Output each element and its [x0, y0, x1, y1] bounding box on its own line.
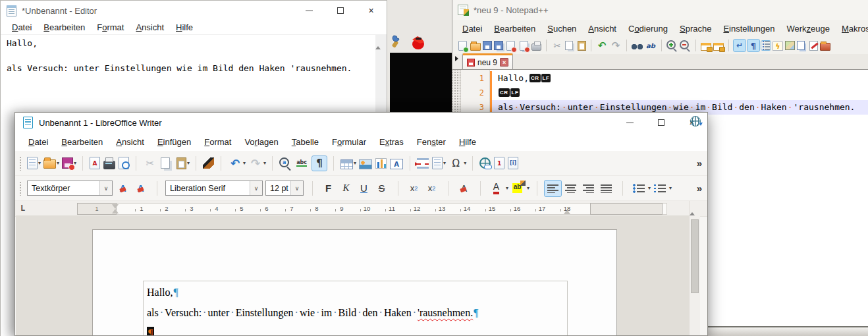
close-file-icon[interactable] [505, 41, 517, 51]
wrench-tool-icon[interactable] [391, 34, 404, 49]
menu-item[interactable]: Format [198, 134, 238, 150]
document-map-icon[interactable] [785, 41, 796, 50]
spelling-icon[interactable]: abc [294, 156, 310, 171]
menu-item[interactable]: Extras [373, 134, 410, 150]
document-page[interactable]: Hallo,¶ als·Versuch:·unter·Einstellungen… [92, 229, 617, 335]
align-left-button[interactable] [545, 181, 561, 196]
open-file-icon[interactable] [470, 41, 481, 51]
tab-neu-9[interactable]: neu 9 × [462, 53, 513, 69]
text-boundary[interactable]: Hallo,¶ als·Versuch:·unter·Einstellungen… [143, 281, 568, 335]
open-icon[interactable]: ▾ [43, 157, 59, 169]
formatting-marks-icon[interactable]: ¶ [312, 156, 327, 171]
combo-arrow-icon[interactable]: ∨ [250, 181, 262, 195]
combo-arrow-icon[interactable]: ∨ [99, 181, 112, 195]
paste-icon[interactable] [578, 41, 587, 51]
align-justify-button[interactable] [598, 181, 614, 196]
copy-icon[interactable] [161, 157, 174, 169]
insert-textbox-icon[interactable]: A [390, 157, 404, 169]
bookmark-icon[interactable]: [i] [508, 157, 519, 169]
special-character-icon[interactable]: Ω▾ [448, 156, 466, 171]
strikethrough-button[interactable]: S [373, 181, 390, 196]
menu-item[interactable]: Fenster [410, 134, 452, 150]
menu-item[interactable]: Formular [325, 134, 373, 150]
save-icon[interactable] [483, 41, 493, 50]
menu-item[interactable]: Suchen [541, 22, 582, 36]
redo-icon[interactable]: ↷ [610, 40, 622, 51]
function-list-icon[interactable]: ϟ [773, 40, 784, 51]
font-size-combobox[interactable]: 12 pt ∨ [265, 181, 304, 196]
zoom-out-icon[interactable] [680, 40, 692, 51]
save-all-icon[interactable] [494, 41, 504, 50]
find-icon[interactable] [632, 41, 643, 51]
indent-guide-icon[interactable] [761, 41, 771, 50]
copy-icon[interactable] [565, 41, 576, 50]
italic-button[interactable]: K [338, 181, 354, 196]
document-switcher-icon[interactable] [809, 41, 819, 51]
word-wrap-icon[interactable]: ↵ [734, 40, 746, 51]
tab-stop-selector[interactable]: L [20, 204, 25, 213]
find-replace-icon[interactable]: a [279, 157, 292, 169]
globe-update-icon[interactable] [690, 116, 701, 126]
folder-as-workspace-icon[interactable] [820, 41, 831, 51]
red-figure-icon[interactable] [410, 34, 427, 50]
menu-item[interactable]: Werkzeuge [780, 22, 836, 36]
insert-chart-icon[interactable] [375, 158, 387, 169]
menu-item[interactable]: Hilfe [452, 134, 483, 150]
hyperlink-icon[interactable] [479, 157, 491, 169]
bullet-list-button[interactable] [630, 181, 647, 196]
paragraph-style-combobox[interactable]: Textkörper ∨ [27, 181, 113, 196]
clone-formatting-icon[interactable] [203, 157, 215, 169]
paste-icon[interactable]: ▾ [176, 157, 190, 169]
maximize-button[interactable] [325, 1, 356, 20]
numbered-list-dropdown-icon[interactable]: ▾ [669, 185, 672, 191]
menu-item[interactable]: Datei [456, 22, 488, 36]
zoom-in-icon[interactable] [666, 40, 678, 51]
footnote-icon[interactable]: 1 [494, 157, 505, 169]
highlight-color-button[interactable]: ab [509, 181, 526, 196]
menu-item[interactable]: Einstellungen [717, 22, 780, 36]
close-button[interactable]: × [356, 1, 387, 20]
horizontal-ruler[interactable]: L 1 123456789101112131415161718 [15, 201, 707, 217]
insert-table-icon[interactable]: ▾ [340, 157, 356, 169]
font-name-combobox[interactable]: Liberation Serif ∨ [165, 181, 263, 196]
sync-horizontal-scroll-icon[interactable] [713, 41, 724, 51]
align-center-button[interactable] [562, 181, 579, 196]
update-style-button[interactable]: A [115, 181, 131, 196]
clear-formatting-button[interactable]: A [456, 181, 472, 196]
new-document-icon[interactable]: ▾ [27, 157, 41, 169]
font-color-button[interactable]: A [488, 181, 504, 196]
close-all-icon[interactable] [518, 41, 530, 51]
sync-vertical-scroll-icon[interactable] [701, 41, 712, 51]
align-right-button[interactable] [580, 181, 597, 196]
undo-icon[interactable]: ↶ [596, 40, 609, 51]
toolbar-grip[interactable] [19, 156, 22, 171]
toolbar-overflow-icon[interactable]: » [697, 157, 702, 169]
menu-item[interactable]: Sprache [674, 22, 717, 36]
toolbar-grip[interactable] [19, 181, 22, 196]
redo-icon[interactable]: ↷▾ [248, 156, 266, 171]
export-pdf-icon[interactable]: A [90, 157, 101, 169]
bullet-list-dropdown-icon[interactable]: ▾ [648, 185, 651, 191]
combo-arrow-icon[interactable]: ∨ [290, 181, 303, 195]
document-list-icon[interactable] [797, 41, 808, 50]
cut-icon[interactable]: ✂ [143, 156, 158, 171]
menu-item[interactable]: Vorlagen [238, 134, 285, 150]
minimize-button[interactable] [294, 1, 325, 20]
menu-item[interactable]: Datei [22, 134, 55, 150]
page-break-icon[interactable] [417, 158, 429, 169]
insert-image-icon[interactable] [359, 157, 373, 169]
menu-item[interactable]: Hilfe [170, 21, 199, 34]
cut-icon[interactable]: ✂ [551, 40, 564, 51]
menu-item[interactable]: Codierung [622, 22, 674, 36]
subscript-button[interactable]: x2 [423, 181, 440, 196]
menu-item[interactable]: Ansicht [130, 21, 170, 34]
bold-button[interactable]: F [320, 181, 337, 196]
menu-item[interactable]: Bearbeiten [38, 21, 91, 34]
tab-close-icon[interactable]: × [500, 58, 508, 67]
print-preview-icon[interactable] [119, 157, 130, 169]
maximize-button[interactable] [645, 113, 676, 132]
left-indent-marker[interactable] [112, 209, 119, 213]
numbered-list-button[interactable] [651, 181, 668, 196]
print-icon[interactable] [531, 41, 542, 51]
font-color-dropdown-icon[interactable]: ▾ [506, 185, 508, 191]
